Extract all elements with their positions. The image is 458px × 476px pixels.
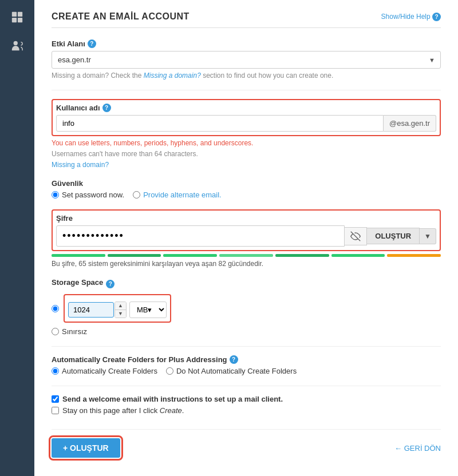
- security-option2-label[interactable]: Provide alternate email.: [133, 191, 222, 199]
- plus-addressing-label: Automatically Create Folders for Plus Ad…: [52, 355, 441, 364]
- username-section: Kullanıcı adı ? @esa.gen.tr You can use …: [52, 99, 441, 169]
- welcome-email-row: Send a welcome email with instructions t…: [52, 395, 441, 403]
- storage-spinner: ▲ ▼: [114, 302, 127, 318]
- domain-section: Etki Alanı ? esa.gen.tr ▼ Missing a doma…: [52, 39, 441, 80]
- domain-select[interactable]: esa.gen.tr: [52, 51, 441, 69]
- strength-bar-4: [219, 254, 273, 257]
- main-content: CREATE AN EMAİL ACCOUNT Show/Hide Help ?…: [34, 0, 458, 476]
- svg-point-4: [14, 41, 18, 45]
- security-radio-alternate[interactable]: [133, 191, 140, 199]
- username-input-row: @esa.gen.tr: [56, 115, 436, 132]
- storage-unit-select[interactable]: MB▾ GB▾: [129, 302, 167, 318]
- svg-rect-2: [12, 18, 17, 22]
- username-hint1: You can use letters, numbers, periods, h…: [52, 139, 441, 147]
- missing-domain-hint: Missing a domain?: [52, 161, 441, 169]
- username-input[interactable]: [56, 115, 384, 132]
- username-field-box: Kullanıcı adı ? @esa.gen.tr: [52, 99, 441, 136]
- stay-on-page-label[interactable]: Stay on this page after I click Create.: [62, 406, 184, 415]
- stay-on-page-checkbox[interactable]: [52, 407, 59, 414]
- password-field-box: Şifre OLUŞTUR ▼: [52, 209, 441, 251]
- plus-radio-auto[interactable]: [52, 367, 59, 375]
- no-auto-create-folders-label[interactable]: Do Not Automatically Create Folders: [166, 367, 297, 375]
- strength-bar-1: [52, 254, 105, 257]
- create-btn[interactable]: + OLUŞTUR: [52, 438, 120, 458]
- strength-bar-3: [163, 254, 217, 257]
- security-label: Güvenlik: [52, 179, 441, 188]
- password-input[interactable]: [56, 225, 345, 247]
- welcome-email-checkbox[interactable]: [52, 395, 59, 403]
- create-dropdown-btn[interactable]: ▼: [420, 228, 436, 244]
- security-option1-label[interactable]: Set password now.: [52, 191, 124, 199]
- plus-addressing-section: Automatically Create Folders for Plus Ad…: [52, 355, 441, 375]
- strength-bar-7: [387, 254, 441, 257]
- domain-select-wrapper: esa.gen.tr ▼: [52, 51, 441, 69]
- storage-decrement-btn[interactable]: ▼: [115, 310, 126, 318]
- bottom-actions: + OLUŞTUR ← GERİ DÖN: [52, 429, 441, 458]
- svg-rect-0: [12, 12, 17, 17]
- grid-icon[interactable]: [6, 6, 29, 29]
- help-icon-header: ?: [432, 13, 441, 21]
- plus-addressing-help-icon[interactable]: ?: [230, 355, 238, 364]
- username-help-icon[interactable]: ?: [102, 104, 111, 112]
- domain-hint: Missing a domain? Check the Missing a do…: [52, 72, 441, 80]
- missing-domain-link1[interactable]: Missing a domain?: [144, 72, 201, 80]
- svg-rect-3: [18, 18, 22, 22]
- security-radio-password[interactable]: [52, 191, 59, 199]
- storage-number-input[interactable]: [68, 302, 114, 318]
- storage-radio-limited[interactable]: [52, 305, 59, 312]
- password-hint: Bu şifre, 65 sistem gereksinimini karşıl…: [52, 260, 441, 268]
- page-title: CREATE AN EMAİL ACCOUNT: [52, 11, 189, 22]
- show-hide-help-link[interactable]: Show/Hide Help ?: [381, 13, 441, 21]
- storage-label: Storage Space: [52, 278, 103, 287]
- password-section: Şifre OLUŞTUR ▼: [52, 209, 441, 268]
- sidebar: [0, 0, 34, 476]
- password-toggle-btn[interactable]: [345, 227, 367, 245]
- domain-help-icon[interactable]: ?: [88, 39, 96, 48]
- username-suffix: @esa.gen.tr: [384, 115, 436, 132]
- password-input-row: OLUŞTUR ▼: [56, 225, 436, 247]
- storage-help-icon[interactable]: ?: [106, 280, 114, 288]
- password-label: Şifre: [56, 214, 436, 223]
- strength-bar-6: [331, 254, 385, 257]
- plus-radio-no-auto[interactable]: [166, 367, 173, 375]
- storage-increment-btn[interactable]: ▲: [115, 302, 126, 310]
- page-header: CREATE AN EMAİL ACCOUNT Show/Hide Help ?: [52, 11, 441, 28]
- storage-input-box: ▲ ▼ MB▾ GB▾: [64, 294, 171, 323]
- create-inline-btn[interactable]: OLUŞTUR: [367, 228, 420, 244]
- unlimited-storage-label[interactable]: Sınırsız: [52, 327, 441, 336]
- strength-bar-2: [108, 254, 161, 257]
- back-btn[interactable]: ← GERİ DÖN: [394, 444, 441, 453]
- users-icon[interactable]: [6, 34, 29, 57]
- password-strength-bars: [52, 254, 441, 257]
- storage-section: Storage Space ? ▲ ▼ MB▾ GB▾: [52, 278, 441, 336]
- storage-radio-unlimited[interactable]: [52, 328, 59, 335]
- auto-create-folders-label[interactable]: Automatically Create Folders: [52, 367, 157, 375]
- security-radio-row: Set password now. Provide alternate emai…: [52, 191, 441, 199]
- stay-on-page-row: Stay on this page after I click Create.: [52, 406, 441, 415]
- storage-number-row: ▲ ▼ MB▾ GB▾: [68, 302, 167, 318]
- plus-radio-row: Automatically Create Folders Do Not Auto…: [52, 367, 441, 375]
- eye-slash-icon: [350, 231, 361, 241]
- username-hint2: Usernames can't have more than 64 charac…: [52, 150, 441, 158]
- domain-label: Etki Alanı ?: [52, 39, 441, 48]
- security-section: Güvenlik Set password now. Provide alter…: [52, 179, 441, 199]
- welcome-email-label[interactable]: Send a welcome email with instructions t…: [62, 395, 283, 403]
- provide-alternate-email-link[interactable]: Provide alternate email.: [143, 191, 222, 199]
- strength-bar-5: [275, 254, 329, 257]
- storage-title-area: Storage Space ?: [52, 278, 441, 289]
- missing-domain-link2[interactable]: Missing a domain?: [52, 161, 109, 169]
- svg-rect-1: [18, 12, 22, 17]
- username-label: Kullanıcı adı ?: [56, 104, 436, 112]
